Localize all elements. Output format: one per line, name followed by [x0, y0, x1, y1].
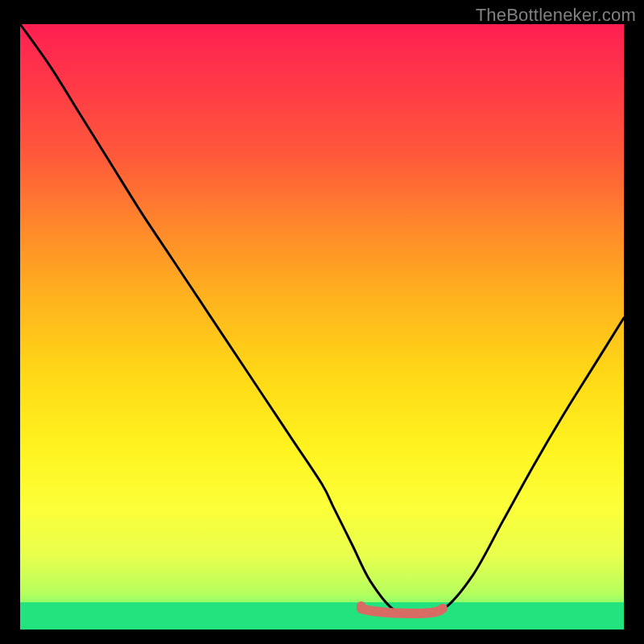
chart-svg [0, 0, 644, 644]
optimal-band [20, 602, 624, 630]
optimal-range-marker [361, 609, 443, 613]
bottleneck-chart: TheBottleneker.com [0, 0, 644, 644]
optimal-point-dot [357, 601, 366, 611]
gradient-background [20, 24, 624, 630]
attribution-text: TheBottleneker.com [476, 5, 636, 26]
